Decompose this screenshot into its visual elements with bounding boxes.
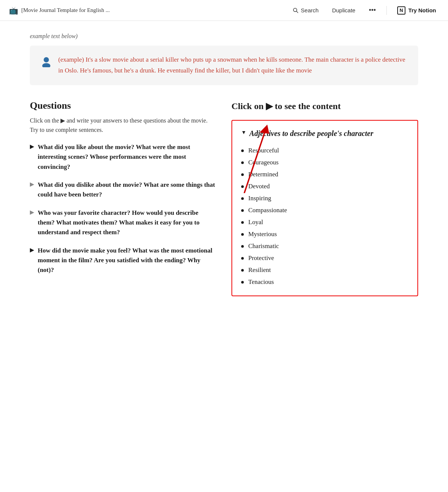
svg-point-2 [44, 57, 49, 62]
bullet-dot [241, 233, 244, 236]
bullet-dot [241, 269, 244, 272]
bullet-dot [241, 173, 244, 176]
bullet-dot [241, 281, 244, 284]
adjectives-toggle[interactable]: ▼ Adjectives to describe people's charac… [241, 128, 408, 139]
question-item-2: ▶ What did you dislike about the movie? … [30, 180, 217, 200]
adjective-text: Compassionate [248, 207, 287, 214]
more-button[interactable]: ••• [366, 5, 379, 16]
question-arrow-1[interactable]: ▶ [30, 143, 34, 150]
notion-icon: N [397, 6, 405, 15]
adjective-text: Mysterious [248, 230, 277, 238]
bullet-dot [241, 149, 244, 152]
adjective-text: Determined [248, 171, 278, 178]
bullet-dot [241, 257, 244, 260]
adjective-text: Courageous [248, 159, 279, 166]
questions-intro: Click on the ▶ and write your answers to… [30, 116, 217, 135]
topbar-right: Search Duplicate ••• N Try Notion [290, 5, 439, 16]
list-item: Courageous [241, 157, 408, 168]
adjective-text: Resourceful [248, 147, 279, 154]
list-item: Tenacious [241, 276, 408, 288]
adjective-text: Charismatic [248, 242, 279, 250]
duplicate-button[interactable]: Duplicate [329, 6, 358, 15]
question-arrow-4[interactable]: ▶ [30, 247, 34, 253]
bullet-dot [241, 185, 244, 188]
list-item: Mysterious [241, 228, 408, 240]
question-arrow-2[interactable]: ▶ [30, 181, 34, 188]
bullet-dot [241, 161, 244, 164]
example-text-above: example text below) [30, 33, 418, 40]
question-item-1: ▶ What did you like about the movie? Wha… [30, 142, 217, 172]
question-item-3: ▶ Who was your favorite character? How w… [30, 208, 217, 238]
adjective-text: Loyal [248, 219, 263, 226]
question-arrow-3[interactable]: ▶ [30, 209, 34, 216]
topbar: 📺 [Movie Journal Template for English ..… [0, 0, 448, 21]
search-button[interactable]: Search [290, 6, 322, 15]
list-item: Protective [241, 252, 408, 264]
search-icon [293, 7, 299, 13]
list-item: Inspiring [241, 192, 408, 204]
adjectives-column: Click on ▶ to see the content ▼ Adj [231, 100, 418, 297]
main-content: example text below) (example) It's a slo… [0, 21, 448, 319]
avatar-icon [40, 55, 52, 67]
down-arrow-icon: ▼ [241, 130, 246, 136]
try-notion-button[interactable]: N Try Notion [394, 5, 439, 16]
page-title: [Movie Journal Template for English ... [21, 7, 110, 13]
adjective-text: Inspiring [248, 195, 271, 202]
list-item: Determined [241, 168, 408, 180]
adjective-text: Devoted [248, 183, 270, 190]
example-text: (example) It's a slow movie about a seri… [58, 55, 408, 76]
svg-line-1 [296, 11, 298, 13]
example-box: (example) It's a slow movie about a seri… [30, 46, 418, 85]
bullet-dot [241, 245, 244, 248]
question-text-3: Who was your favorite character? How wou… [38, 208, 217, 238]
two-column-section: Questions Click on the ▶ and write your … [30, 100, 418, 297]
questions-heading: Questions [30, 100, 217, 111]
separator [386, 6, 387, 15]
list-item: Charismatic [241, 240, 408, 252]
list-item: Loyal [241, 216, 408, 228]
bullet-dot [241, 221, 244, 224]
question-text-2: What did you dislike about the movie? Wh… [38, 180, 217, 200]
questions-column: Questions Click on the ▶ and write your … [30, 100, 217, 297]
list-item: Devoted [241, 180, 408, 192]
bullet-dot [241, 209, 244, 212]
right-col-inner: Click on ▶ to see the content ▼ Adj [231, 100, 418, 297]
topbar-left: 📺 [Movie Journal Template for English ..… [9, 6, 110, 15]
adjectives-box: ▼ Adjectives to describe people's charac… [231, 120, 418, 296]
adjectives-title: Adjectives to describe people's characte… [249, 128, 373, 139]
question-item-4: ▶ How did the movie make you feel? What … [30, 246, 217, 275]
adjective-text: Protective [248, 254, 274, 262]
svg-point-3 [42, 63, 50, 67]
bullet-dot [241, 197, 244, 200]
question-text-1: What did you like about the movie? What … [38, 142, 217, 172]
adjective-text: Resilient [248, 266, 271, 274]
question-text-4: How did the movie make you feel? What wa… [38, 246, 217, 275]
adjectives-list: Resourceful Courageous Determined D [241, 145, 408, 288]
list-item: Resourceful [241, 145, 408, 157]
adjective-text: Tenacious [248, 278, 274, 286]
list-item: Resilient [241, 264, 408, 276]
tv-icon: 📺 [9, 6, 18, 15]
click-heading: Click on ▶ to see the content [231, 100, 418, 113]
list-item: Compassionate [241, 204, 408, 216]
